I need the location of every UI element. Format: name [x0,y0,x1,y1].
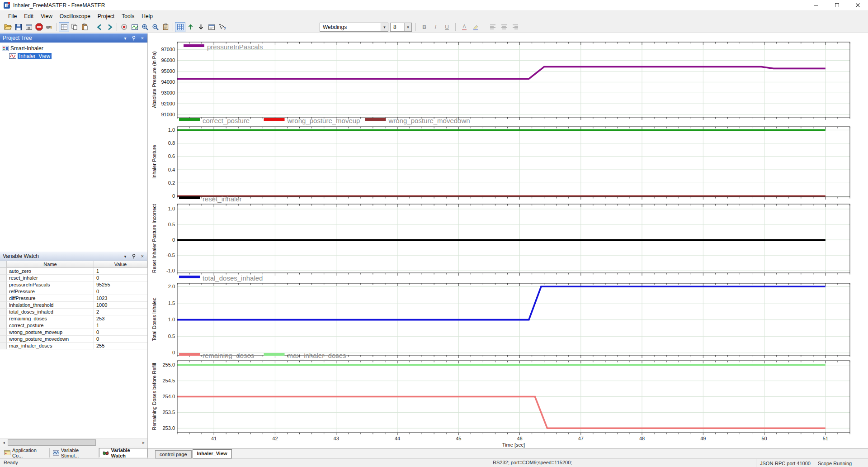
properties-icon[interactable] [206,22,217,32]
status-ready: Ready [4,460,18,465]
zoom-in-icon[interactable] [140,22,150,32]
svg-text:Absolute Pressure (in Pa): Absolute Pressure (in Pa) [151,51,157,108]
legend-swatch [179,196,200,199]
menu-file[interactable]: File [5,12,20,21]
paste-icon[interactable] [80,22,90,32]
svg-text:253.5: 253.5 [162,410,175,415]
align-right-icon[interactable] [510,23,520,32]
variable-value[interactable]: 0 [94,288,147,295]
pin-icon[interactable] [131,35,137,41]
tree-item-root[interactable]: Smart-Inhaler [0,44,147,52]
svg-text:46: 46 [517,436,522,441]
variable-value[interactable]: 0 [94,275,147,281]
table-row[interactable]: reset_inhaler0 [0,275,147,281]
table-row[interactable]: total_doses_inhaled2 [0,309,147,315]
close-icon[interactable]: × [139,253,146,259]
tree-item-inhaler-view[interactable]: Inhaler_View [0,52,147,60]
variable-value[interactable]: 255 [94,343,147,349]
copy-icon[interactable] [69,22,80,32]
table-row[interactable]: wrong_posture_moveup0 [0,329,147,336]
zoom-out-icon[interactable] [150,22,160,32]
highlight-color-icon[interactable] [471,23,480,32]
font-size-select[interactable]: 8 ▾ [390,23,412,32]
scroll-right-icon[interactable]: ▸ [140,439,147,446]
scrollbar-thumb[interactable] [8,439,96,446]
pin-icon[interactable] [131,253,137,259]
align-left-icon[interactable] [488,23,497,32]
page-tab-inhaler_view[interactable]: Inhaler_View [193,449,232,458]
window-title: Inhaler_FreeMASTER - FreeMASTER [13,2,105,9]
close-icon[interactable]: × [139,35,146,41]
watch-grid-icon[interactable] [59,22,69,32]
maximize-button[interactable] [826,0,847,11]
svg-text:44: 44 [395,436,400,441]
bold-button[interactable]: B [420,23,429,32]
variable-value[interactable]: 253 [94,315,147,322]
plug-communication-icon[interactable] [44,22,55,32]
table-row[interactable]: auto_zero1 [0,268,147,275]
clipboard-icon[interactable] [160,22,171,32]
open-project-icon[interactable] [3,22,13,32]
dock-tab-label: Application Co... [12,448,46,458]
svg-text:47: 47 [578,436,584,441]
menu-project[interactable]: Project [94,12,118,21]
font-color-icon[interactable]: A [459,23,469,32]
dock-tab-application-commands[interactable]: Application Co... [1,448,50,457]
horizontal-scrollbar[interactable]: ◂ ▸ [0,438,147,446]
variable-value[interactable]: 1 [94,322,147,329]
oscilloscope-icon[interactable] [129,22,140,32]
menu-oscilloscope[interactable]: Oscilloscope [56,12,94,21]
font-family-select[interactable]: Webdings ▾ [320,23,388,32]
align-center-icon[interactable] [499,23,509,32]
menu-help[interactable]: Help [138,12,156,21]
page-tab-control-page[interactable]: control page [155,450,192,458]
table-row[interactable]: pressureInPascals95255 [0,281,147,288]
row-gutter [0,295,7,302]
record-icon[interactable] [119,22,129,32]
variable-value[interactable]: 2 [94,309,147,315]
table-row[interactable]: diffPressure1023 [0,295,147,302]
table-row[interactable]: inhalation_threshold1000 [0,302,147,309]
row-gutter [0,302,7,309]
table-row[interactable]: wrong_posture_movedown0 [0,336,147,343]
scroll-left-icon[interactable]: ◂ [0,439,8,446]
minimize-button[interactable] [806,0,826,11]
legend-swatch [365,118,386,121]
table-row[interactable]: correct_posture1 [0,322,147,329]
menu-edit[interactable]: Edit [20,12,37,21]
variable-value[interactable]: 95255 [94,281,147,288]
italic-button[interactable]: I [431,23,440,32]
menu-tools[interactable]: Tools [118,12,138,21]
variable-value[interactable]: 0 [94,336,147,343]
stop-communication-icon[interactable] [34,22,44,32]
go-forward-icon[interactable] [104,22,115,32]
chevron-down-icon[interactable]: ▾ [122,253,128,259]
save-project-icon[interactable] [13,22,24,32]
column-header-name[interactable]: Name [7,261,94,268]
oscilloscope-view: 97000960009500094000930009200091000Absol… [148,33,868,458]
chevron-down-icon[interactable]: ▾ [122,35,128,41]
move-down-icon[interactable] [196,22,206,32]
table-row[interactable]: max_inhaler_doses255 [0,343,147,349]
move-up-icon[interactable] [185,22,196,32]
variable-value[interactable]: 0 [94,329,147,336]
table-row[interactable]: refPressure0 [0,288,147,295]
svg-text:0: 0 [172,350,175,355]
menu-view[interactable]: View [37,12,56,21]
svg-text:A: A [462,24,466,29]
tree-item-label-selected: Inhaler_View [18,53,52,59]
underline-button[interactable]: U [442,23,452,32]
variable-value[interactable]: 1023 [94,295,147,302]
go-back-icon[interactable] [94,22,104,32]
show-grid-icon[interactable] [175,22,185,32]
close-button[interactable] [847,0,868,11]
dock-tab-variable-watch[interactable]: Variable Watch [99,448,147,457]
variable-value[interactable]: 1 [94,268,147,275]
context-help-icon[interactable]: ? [217,22,227,32]
column-header-value[interactable]: Value [94,261,147,268]
app-options-icon[interactable] [24,22,34,32]
dock-tab-variable-stimulus[interactable]: Variable Stimul... [50,448,99,457]
variable-value[interactable]: 1000 [94,302,147,309]
table-header-row: Name Value [0,261,147,268]
table-row[interactable]: remaining_doses253 [0,315,147,322]
